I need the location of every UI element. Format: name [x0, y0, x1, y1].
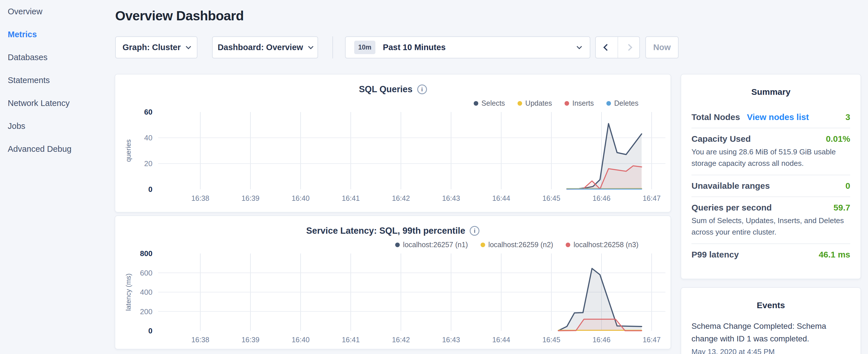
events-panel: Events Schema Change Completed: Schema c…: [681, 287, 861, 354]
svg-text:16:43: 16:43: [442, 194, 460, 202]
sidebar-item-metrics[interactable]: Metrics: [8, 23, 109, 46]
prev-time-button[interactable]: [596, 37, 618, 58]
svg-text:0: 0: [149, 326, 152, 335]
now-button[interactable]: Now: [645, 36, 679, 58]
event-list-item: Schema Change Completed: Schema change w…: [691, 320, 850, 354]
svg-text:40: 40: [144, 133, 152, 142]
now-button-label: Now: [653, 43, 671, 52]
sql-queries-chart-card: SQL Queries i SelectsUpdatesInsertsDelet…: [115, 74, 671, 213]
queries-per-second-value: 59.7: [834, 203, 850, 213]
graph-dropdown-label: Graph: Cluster: [122, 43, 181, 52]
svg-text:600: 600: [140, 269, 152, 277]
dashboard-dropdown[interactable]: Dashboard: Overview: [212, 36, 318, 58]
dashboard-dropdown-label: Dashboard: Overview: [217, 43, 303, 52]
chevron-right-icon: [625, 44, 632, 51]
time-range-dropdown[interactable]: 10m Past 10 Minutes: [345, 36, 590, 58]
service-latency-chart-card: Service Latency: SQL, 99th percentile i …: [115, 215, 671, 349]
toolbar-divider: [333, 36, 333, 58]
p99-latency-value: 46.1 ms: [819, 250, 850, 259]
time-range-label: Past 10 Minutes: [383, 43, 578, 52]
sidebar-item-overview[interactable]: Overview: [8, 0, 109, 23]
svg-text:16:46: 16:46: [593, 194, 611, 202]
svg-text:16:43: 16:43: [442, 336, 460, 344]
svg-text:800: 800: [140, 249, 152, 258]
queries-per-second-description: Sum of Selects, Updates, Inserts, and De…: [691, 215, 850, 238]
sidebar: Overview Metrics Databases Statements Ne…: [0, 0, 109, 160]
chart-title: Service Latency: SQL, 99th percentile: [306, 226, 465, 236]
svg-text:400: 400: [140, 288, 152, 296]
time-step-buttons: [595, 36, 640, 58]
chevron-down-icon: [186, 44, 191, 49]
capacity-used-label: Capacity Used: [691, 134, 751, 144]
sidebar-item-network-latency[interactable]: Network Latency: [8, 92, 109, 115]
unavailable-ranges-row: Unavailable ranges 0: [691, 181, 850, 191]
sidebar-item-databases[interactable]: Databases: [8, 46, 109, 69]
chevron-down-icon: [577, 44, 582, 49]
p99-latency-row: P99 latency 46.1 ms: [691, 250, 850, 259]
capacity-used-description: You are using 28.6 MiB of 515.9 GiB usab…: [691, 146, 850, 169]
svg-text:16:44: 16:44: [492, 336, 510, 344]
info-icon[interactable]: i: [470, 226, 479, 236]
event-message: Schema Change Completed: Schema change w…: [691, 320, 850, 345]
total-nodes-label: Total Nodes: [691, 112, 740, 122]
svg-text:16:46: 16:46: [593, 336, 611, 344]
events-title: Events: [691, 300, 850, 310]
svg-text:16:41: 16:41: [342, 336, 360, 344]
chevron-left-icon: [603, 44, 610, 51]
svg-text:16:39: 16:39: [242, 194, 260, 202]
unavailable-ranges-value: 0: [845, 181, 850, 191]
svg-text:16:44: 16:44: [492, 194, 510, 202]
sidebar-item-advanced-debug[interactable]: Advanced Debug: [8, 137, 109, 160]
svg-text:latency (ms): latency (ms): [124, 273, 132, 311]
svg-text:200: 200: [140, 307, 152, 316]
total-nodes-value: 3: [845, 112, 850, 122]
chevron-down-icon: [308, 44, 313, 49]
capacity-used-value: 0.01%: [826, 134, 850, 144]
svg-text:16:38: 16:38: [191, 336, 210, 344]
svg-text:16:45: 16:45: [542, 194, 560, 202]
svg-text:16:42: 16:42: [392, 336, 410, 344]
svg-text:16:45: 16:45: [542, 336, 560, 344]
unavailable-ranges-label: Unavailable ranges: [691, 181, 770, 191]
time-range-badge: 10m: [354, 41, 375, 54]
p99-latency-label: P99 latency: [691, 250, 739, 259]
total-nodes-row: Total Nodes View nodes list 3: [691, 112, 850, 122]
sidebar-item-jobs[interactable]: Jobs: [8, 115, 109, 137]
summary-title: Summary: [691, 87, 850, 97]
view-nodes-list-link[interactable]: View nodes list: [747, 112, 809, 122]
svg-text:20: 20: [144, 159, 152, 168]
next-time-button[interactable]: [618, 37, 639, 58]
svg-text:16:39: 16:39: [242, 336, 260, 344]
queries-per-second-row: Queries per second 59.7: [691, 203, 850, 213]
svg-text:queries: queries: [124, 139, 132, 162]
service-latency-plot[interactable]: 16:3816:3916:4016:4116:4216:4316:4416:45…: [121, 246, 666, 347]
svg-text:16:40: 16:40: [292, 336, 310, 344]
summary-panel: Summary Total Nodes View nodes list 3 Ca…: [681, 74, 861, 279]
chart-title: SQL Queries: [359, 84, 412, 95]
svg-text:16:42: 16:42: [392, 194, 410, 202]
sql-queries-plot[interactable]: 16:3816:3916:4016:4116:4216:4316:4416:45…: [121, 105, 666, 206]
info-icon[interactable]: i: [417, 85, 427, 94]
svg-text:16:38: 16:38: [191, 194, 210, 202]
svg-text:0: 0: [149, 185, 152, 194]
svg-text:16:40: 16:40: [292, 194, 310, 202]
graph-dropdown[interactable]: Graph: Cluster: [115, 36, 197, 58]
capacity-used-row: Capacity Used 0.01%: [691, 134, 850, 144]
svg-text:16:47: 16:47: [643, 336, 661, 344]
svg-text:16:47: 16:47: [643, 194, 661, 202]
svg-text:16:41: 16:41: [342, 194, 360, 202]
event-timestamp: May 13, 2020 at 4:45 PM: [691, 347, 850, 354]
sidebar-item-statements[interactable]: Statements: [8, 69, 109, 92]
queries-per-second-label: Queries per second: [691, 203, 772, 213]
svg-text:60: 60: [144, 108, 152, 116]
page-title: Overview Dashboard: [115, 8, 244, 24]
